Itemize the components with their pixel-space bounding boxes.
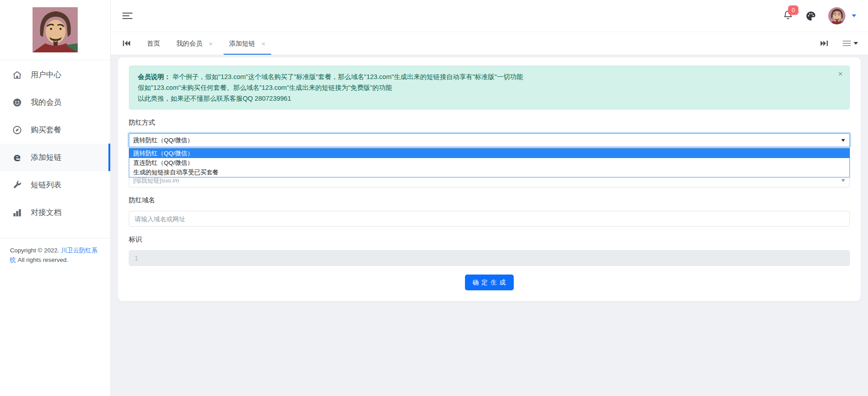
sidebar-item-label: 我的会员 [31, 97, 61, 107]
method-dropdown: 跳转防红（QQ/微信） 直连防红（QQ/微信） 生成的短链接自动享受已买套餐 [129, 148, 850, 177]
avatar [33, 7, 78, 52]
tab-list: 首页 我的会员 × 添加短链 × [139, 32, 274, 55]
method-select-value: 跳转防红（QQ/微信） [133, 136, 193, 144]
alert-line-1: 会员说明： 举个例子，假如"123.com"这个域名购买了"标准版"套餐，那么域… [138, 71, 841, 82]
sidebar-item-user-center[interactable]: 用户中心 [0, 61, 110, 89]
close-icon[interactable]: × [209, 40, 213, 47]
method-select[interactable]: 跳转防红（QQ/微信） [129, 133, 850, 147]
sidebar-item-buy-package[interactable]: 购买套餐 [0, 116, 110, 144]
close-icon[interactable]: × [262, 40, 266, 47]
content-area: 会员说明： 举个例子，假如"123.com"这个域名购买了"标准版"套餐，那么域… [111, 55, 868, 396]
tabbar: 首页 我的会员 × 添加短链 × [111, 32, 868, 55]
main-column: 0 首页 我的会员 × 添加短链 × [111, 0, 868, 396]
notification-bell-icon[interactable]: 0 [783, 9, 793, 22]
domain-label: 防红域名 [129, 196, 850, 205]
sidebar-item-my-member[interactable]: 我的会员 [0, 89, 110, 116]
alert-line-2: 假如"123.com"未购买任何套餐。那么域名"123.com"生成出来的短链接… [138, 82, 841, 93]
user-avatar[interactable] [828, 7, 845, 24]
sidebar-item-shortlink-list[interactable]: 短链列表 [0, 171, 110, 199]
list-icon [843, 39, 851, 47]
copyright: Copyright © 2022. 川卫云防红系统 All rights res… [0, 238, 110, 273]
copyright-suffix: All rights reserved. [16, 256, 69, 263]
identifier-form-group: 标识 [129, 235, 850, 266]
sidebar: 用户中心 我的会员 购买套餐 e 添加短链 短链列表 [0, 0, 111, 396]
sidebar-item-label: 短链列表 [31, 180, 61, 190]
sidebar-item-label: 用户中心 [31, 70, 61, 80]
theme-palette-icon[interactable] [805, 10, 816, 22]
identifier-label: 标识 [129, 235, 850, 244]
sidebar-menu: 用户中心 我的会员 购买套餐 e 添加短链 短链列表 [0, 60, 110, 226]
tabs-scroll-start-icon[interactable] [121, 32, 132, 55]
dropdown-option[interactable]: 生成的短链接自动享受已买套餐 [129, 168, 849, 177]
chart-icon [12, 207, 23, 218]
tab-label: 我的会员 [176, 39, 202, 48]
dropdown-option[interactable]: 直连防红（QQ/微信） [129, 158, 849, 168]
method-form-group: 防红方式 跳转防红（QQ/微信） 跳转防红（QQ/微信） 直连防红（QQ/微信）… [129, 118, 850, 147]
tabs-scroll-end-icon[interactable] [818, 40, 830, 47]
chevron-down-icon [854, 42, 858, 45]
copyright-prefix: Copyright © 2022. [10, 247, 61, 254]
member-info-alert: 会员说明： 举个例子，假如"123.com"这个域名购买了"标准版"套餐，那么域… [129, 65, 850, 110]
face-icon [12, 97, 23, 108]
tab-my-member[interactable]: 我的会员 × [168, 32, 221, 55]
domain-input[interactable] [129, 211, 850, 227]
alert-line-3: 以此类推，如果还不懂那么联系客服QQ 2807239961 [138, 93, 841, 104]
wrench-icon [12, 180, 23, 191]
tab-add-shortlink[interactable]: 添加短链 × [221, 32, 274, 55]
tab-home[interactable]: 首页 [139, 32, 168, 55]
generate-button[interactable]: 确 定 生 成 [465, 275, 514, 290]
add-shortlink-card: 会员说明： 举个例子，假如"123.com"这个域名购买了"标准版"套餐，那么域… [118, 57, 861, 301]
sidebar-item-label: 购买套餐 [31, 125, 61, 135]
topbar: 0 [111, 0, 868, 32]
home-icon [12, 70, 23, 80]
sidebar-item-label: 添加短链 [31, 152, 61, 163]
edge-icon: e [12, 152, 23, 163]
sidebar-toggle-icon[interactable] [122, 11, 132, 21]
select-caret-icon [841, 179, 845, 182]
dropdown-option[interactable]: 跳转防红（QQ/微信） [129, 149, 849, 158]
notification-badge: 0 [788, 5, 798, 15]
sidebar-item-label: 对接文档 [31, 207, 61, 218]
tab-label: 首页 [147, 39, 160, 48]
user-menu[interactable] [828, 7, 856, 24]
sidebar-avatar-block [0, 0, 110, 60]
tab-label: 添加短链 [229, 39, 255, 48]
sidebar-item-api-docs[interactable]: 对接文档 [0, 199, 110, 226]
compass-icon [12, 125, 23, 135]
sidebar-item-add-shortlink[interactable]: e 添加短链 [0, 144, 110, 171]
alert-title: 会员说明： [138, 73, 171, 80]
short-domain-select-value: [缩我短链]suo.im [133, 177, 179, 185]
select-caret-icon [841, 139, 845, 142]
method-label: 防红方式 [129, 118, 850, 127]
identifier-input [129, 250, 850, 266]
chevron-down-icon [852, 14, 856, 17]
alert-close-icon[interactable]: × [838, 70, 843, 78]
tab-options-menu[interactable] [843, 39, 858, 47]
domain-form-group: 防红域名 [129, 196, 850, 227]
